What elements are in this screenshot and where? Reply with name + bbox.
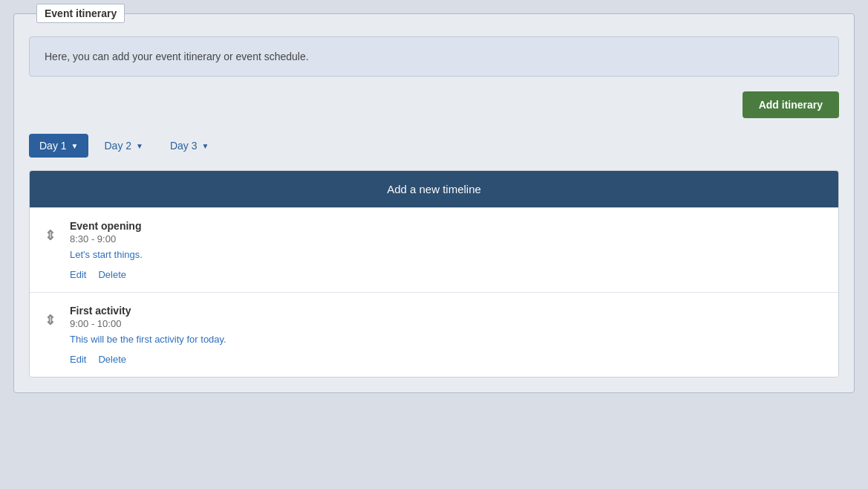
timeline-time-2: 9:00 - 10:00 bbox=[70, 318, 823, 329]
timeline-actions-2: Edit Delete bbox=[70, 354, 823, 365]
tab-day1[interactable]: Day 1 ▼ bbox=[29, 134, 88, 158]
drag-handle-icon[interactable]: ⇕ bbox=[45, 227, 55, 244]
tabs-container: Day 1 ▼ Day 2 ▼ Day 3 ▼ bbox=[29, 133, 839, 158]
info-box: Here, you can add your event itinerary o… bbox=[29, 36, 839, 77]
main-container: Event itinerary Here, you can add your e… bbox=[13, 13, 855, 393]
tab-day3[interactable]: Day 3 ▼ bbox=[159, 133, 220, 158]
timeline-desc-2: This will be the first activity for toda… bbox=[70, 334, 823, 345]
chevron-down-icon: ▼ bbox=[71, 142, 79, 150]
content-panel: Add a new timeline ⇕ Event opening 8:30 … bbox=[29, 170, 839, 378]
add-itinerary-button[interactable]: Add itinerary bbox=[743, 91, 839, 118]
timeline-time-1: 8:30 - 9:00 bbox=[70, 233, 823, 244]
timeline-actions-1: Edit Delete bbox=[70, 269, 823, 280]
timeline-title-1: Event opening bbox=[70, 220, 823, 232]
tab-day2-label: Day 2 bbox=[104, 140, 131, 152]
timeline-content-1: Event opening 8:30 - 9:00 Let's start th… bbox=[70, 220, 823, 280]
delete-button-1[interactable]: Delete bbox=[98, 269, 126, 280]
table-row: ⇕ Event opening 8:30 - 9:00 Let's start … bbox=[30, 207, 838, 292]
edit-button-1[interactable]: Edit bbox=[70, 269, 86, 280]
timeline-content-2: First activity 9:00 - 10:00 This will be… bbox=[70, 305, 823, 365]
tab-day1-label: Day 1 bbox=[39, 140, 67, 152]
table-row: ⇕ First activity 9:00 - 10:00 This will … bbox=[30, 292, 838, 377]
section-title: Event itinerary bbox=[36, 4, 125, 23]
chevron-down-icon: ▼ bbox=[202, 142, 209, 150]
edit-button-2[interactable]: Edit bbox=[70, 354, 86, 365]
delete-button-2[interactable]: Delete bbox=[98, 354, 126, 365]
timeline-title-2: First activity bbox=[70, 305, 823, 317]
toolbar: Add itinerary bbox=[29, 91, 839, 118]
tab-day3-label: Day 3 bbox=[170, 140, 198, 152]
chevron-down-icon: ▼ bbox=[136, 142, 143, 150]
timeline-desc-1: Let's start things. bbox=[70, 249, 823, 260]
info-text: Here, you can add your event itinerary o… bbox=[45, 51, 309, 62]
drag-handle-icon[interactable]: ⇕ bbox=[45, 312, 55, 328]
tab-day2[interactable]: Day 2 ▼ bbox=[93, 133, 154, 158]
add-timeline-button[interactable]: Add a new timeline bbox=[30, 171, 838, 207]
